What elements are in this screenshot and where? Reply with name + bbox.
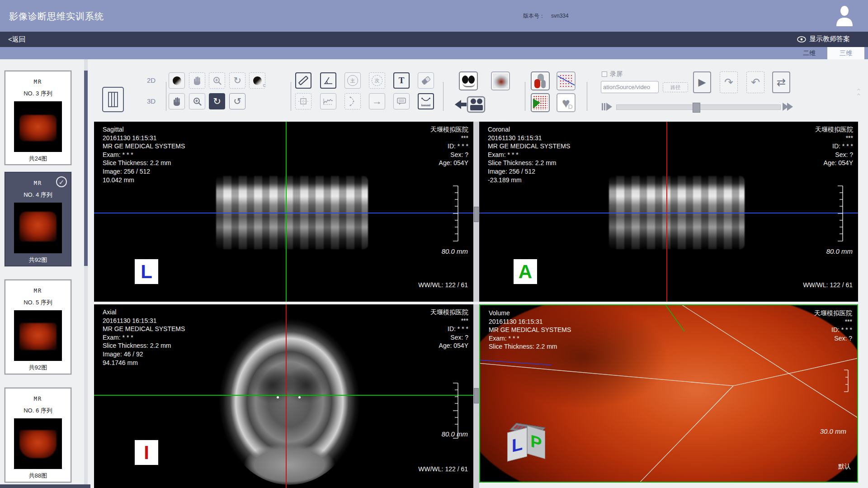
seed-segmentation-button[interactable] bbox=[531, 93, 550, 112]
curve-ruler-icon bbox=[420, 96, 431, 106]
slice-scrollbar-top[interactable] bbox=[473, 122, 479, 302]
swap-direction-button[interactable]: ⇄ bbox=[772, 71, 790, 93]
curve-ruler-button[interactable] bbox=[418, 93, 434, 109]
lung-preset-icon bbox=[461, 73, 476, 89]
slider-thumb[interactable] bbox=[693, 103, 700, 113]
zoom-in-icon bbox=[193, 97, 202, 106]
axial-crosshair-vertical[interactable] bbox=[286, 304, 287, 488]
rotate-2d-button[interactable]: ↻ bbox=[229, 72, 245, 89]
show-teacher-answer-button[interactable]: 显示教师答案 bbox=[797, 35, 850, 43]
window-level-reset-button[interactable]: c bbox=[249, 72, 265, 89]
roi-box-icon bbox=[298, 96, 308, 106]
scale-ruler-small bbox=[843, 370, 849, 392]
redo-rotation-button[interactable]: ↷ bbox=[720, 71, 738, 93]
study-info-overlay: Volume 20161130 16:15:31 MR GE MEDICAL S… bbox=[489, 309, 571, 351]
coronal-crosshair-horizontal[interactable] bbox=[479, 213, 858, 213]
cube-left-face: L bbox=[507, 428, 527, 462]
user-avatar-icon[interactable] bbox=[835, 5, 854, 26]
arrow-annotation-button[interactable]: → bbox=[369, 93, 385, 109]
ruler-tool-button[interactable] bbox=[295, 72, 311, 89]
roi-box-button[interactable] bbox=[295, 93, 311, 109]
series-image-count: 共88图 bbox=[5, 472, 71, 480]
seed-points-icon bbox=[533, 95, 548, 110]
foot-measure-preset-button[interactable] bbox=[557, 71, 576, 90]
primary-cursor-button[interactable]: 主 bbox=[344, 72, 361, 89]
pan-3d-button[interactable] bbox=[169, 93, 185, 109]
sagittal-crosshair-horizontal[interactable] bbox=[94, 213, 473, 213]
skull-volume-preset-button[interactable] bbox=[491, 71, 510, 90]
lung-mpr-preset-button[interactable] bbox=[459, 71, 478, 90]
viewport-volume-active[interactable]: Volume 20161130 16:15:31 MR GE MEDICAL S… bbox=[479, 304, 858, 483]
patient-info-overlay: 天堰模拟医院 *** ID: * * * Sex: ? Age: 054Y bbox=[430, 308, 468, 350]
comment-button[interactable] bbox=[393, 93, 410, 109]
view-mode-tabs: 二维 三维 bbox=[0, 47, 868, 59]
rotate-reset-button[interactable]: ↺ bbox=[229, 93, 245, 109]
angle-tool-button[interactable] bbox=[320, 72, 336, 89]
zoom-3d-button[interactable] bbox=[189, 93, 205, 109]
series-thumbnail bbox=[14, 203, 62, 253]
sidebar-scrollbar-horizontal[interactable] bbox=[0, 484, 90, 488]
collapse-toolbar-chevron[interactable]: ⌃⌃ bbox=[856, 89, 862, 99]
toolbar-divider bbox=[291, 82, 291, 111]
arc-tool-button[interactable] bbox=[344, 93, 361, 109]
play-button[interactable]: ▶ bbox=[693, 71, 711, 93]
knee-preset-button[interactable] bbox=[531, 71, 550, 90]
skull-preset-icon bbox=[493, 73, 508, 89]
sagittal-crosshair-vertical[interactable] bbox=[286, 122, 287, 302]
secondary-cursor-button[interactable]: 次 bbox=[369, 72, 385, 89]
scale-label: 30.0 mm bbox=[820, 427, 846, 435]
viewport-axial[interactable]: Axial 20161130 16:15:31 MR GE MEDICAL SY… bbox=[94, 304, 473, 488]
browse-path-button[interactable]: 路径 bbox=[663, 82, 688, 92]
orientation-label: I bbox=[135, 440, 158, 465]
series-image-count: 共92图 bbox=[5, 256, 71, 264]
axial-mr-image bbox=[219, 318, 360, 485]
axial-crosshair-horizontal[interactable] bbox=[94, 395, 473, 396]
series-thumbnail bbox=[14, 310, 62, 361]
tab-3d[interactable]: 三维 bbox=[827, 47, 864, 59]
pan-2d-button[interactable] bbox=[189, 72, 205, 89]
export-video-button[interactable] bbox=[454, 93, 486, 114]
rotate-3d-button-active[interactable]: ↻ bbox=[209, 93, 225, 109]
arc-curve-icon bbox=[348, 96, 358, 106]
layout-button[interactable] bbox=[102, 87, 124, 112]
heart-preset-button[interactable]: ♥ D bbox=[557, 93, 576, 112]
series-card-3[interactable]: MR NO. 3 序列 共24图 bbox=[5, 71, 71, 165]
sidebar-scrollbar[interactable] bbox=[84, 59, 88, 486]
window-level-sphere-icon bbox=[173, 76, 181, 85]
series-image-count: 共24图 bbox=[5, 155, 71, 163]
slice-scrollbar-bottom[interactable] bbox=[473, 304, 479, 488]
window-level-button[interactable] bbox=[169, 72, 185, 89]
swap-arrows-icon: ⇄ bbox=[777, 76, 786, 89]
step-end-icon[interactable] bbox=[783, 103, 793, 111]
frame-slider[interactable] bbox=[616, 104, 781, 110]
video-camera-icon bbox=[454, 93, 486, 114]
scale-ruler bbox=[452, 185, 459, 242]
study-info-overlay: Axial 20161130 16:15:31 MR GE MEDICAL SY… bbox=[103, 308, 185, 367]
record-screen-checkbox[interactable]: 录屏 bbox=[602, 70, 623, 78]
orientation-cube[interactable]: L P bbox=[506, 422, 550, 465]
text-annotation-button[interactable]: T bbox=[393, 72, 410, 89]
toolbar-divider bbox=[587, 82, 587, 111]
rotate-icon: ↻ bbox=[213, 96, 221, 107]
profile-curve-button[interactable] bbox=[320, 93, 336, 109]
series-card-5[interactable]: MR NO. 5 序列 共92图 bbox=[5, 280, 71, 374]
heart-preset-icon: ♥ D bbox=[558, 95, 574, 110]
viewport-coronal[interactable]: Coronal 20161130 16:15:31 MR GE MEDICAL … bbox=[479, 122, 858, 302]
step-start-icon[interactable] bbox=[602, 103, 612, 111]
eraser-button[interactable] bbox=[418, 72, 434, 89]
video-path-input[interactable] bbox=[601, 81, 659, 93]
series-card-4-selected[interactable]: ✓ MR NO. 4 序列 共92图 bbox=[5, 172, 71, 266]
undo-rotation-button[interactable]: ↶ bbox=[746, 71, 764, 93]
series-card-6[interactable]: MR NO. 6 序列 共88图 bbox=[5, 388, 71, 483]
window-level-reset-icon: c bbox=[253, 76, 262, 85]
tab-2d[interactable]: 二维 bbox=[792, 47, 827, 59]
rotate-icon: ↻ bbox=[233, 75, 241, 86]
text-tool-icon: T bbox=[399, 76, 405, 85]
zoom-2d-button[interactable] bbox=[209, 72, 225, 89]
version-value: svn334 bbox=[551, 13, 569, 19]
rotate-reset-icon: ↺ bbox=[233, 96, 241, 107]
back-button[interactable]: <返回 bbox=[8, 35, 26, 44]
series-image-count: 共92图 bbox=[5, 364, 71, 372]
coronal-crosshair-vertical[interactable] bbox=[666, 122, 667, 302]
viewport-sagittal[interactable]: Sagittal 20161130 16:15:31 MR GE MEDICAL… bbox=[94, 122, 473, 302]
